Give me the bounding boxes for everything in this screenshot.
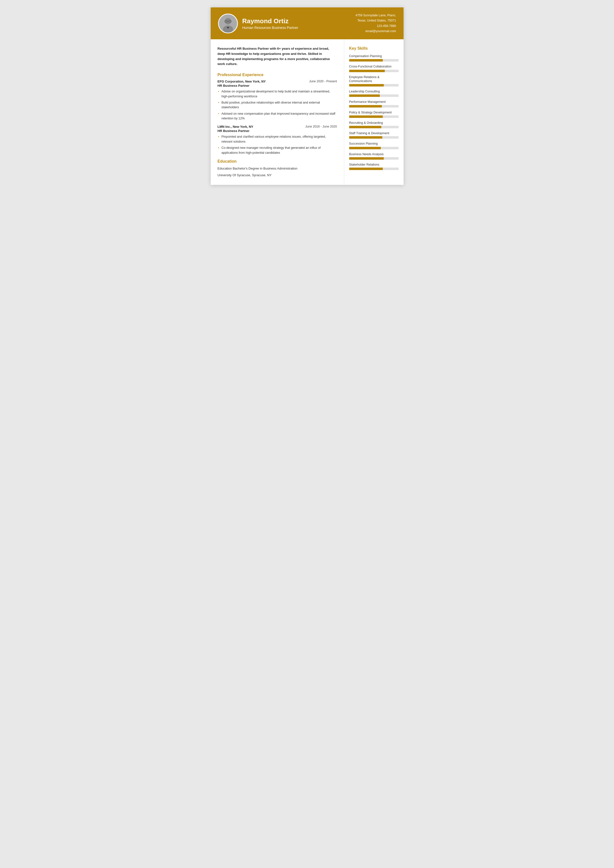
skill-bar-fill-2: [349, 84, 384, 87]
avatar: [218, 14, 238, 33]
email: email@youremail.com: [355, 29, 396, 34]
job-1-header: EFG Corporation, New York, NY June 2020 …: [218, 80, 337, 83]
skill-item-0: Compensation Planning: [349, 54, 399, 62]
header-contact: 4759 Sunnydale Lane, Plano, Texas, Unite…: [355, 13, 396, 34]
skill-bar-empty-6: [381, 126, 399, 128]
skill-bar-empty-5: [383, 115, 399, 118]
job-2-date: June 2016 - June 2020: [305, 125, 337, 128]
skill-name-9: Business Needs Analysis: [349, 152, 399, 156]
skill-bar-10: [349, 167, 399, 170]
skill-bar-empty-10: [383, 167, 399, 170]
job-1: EFG Corporation, New York, NY June 2020 …: [218, 80, 337, 121]
skill-bar-empty-3: [380, 95, 399, 97]
job-2-bullet-2: Co-designed new manager recruiting strat…: [218, 146, 337, 155]
skill-item-5: Policy & Strategy Development: [349, 110, 399, 118]
skill-bar-1: [349, 70, 399, 72]
education-section-title: Education: [218, 159, 337, 164]
experience-section-title: Professional Experience: [218, 73, 337, 77]
right-column: Key Skills Compensation PlanningCross-Fu…: [344, 39, 404, 185]
skill-name-8: Succession Planning: [349, 142, 399, 146]
skill-bar-4: [349, 105, 399, 107]
skill-name-0: Compensation Planning: [349, 54, 399, 58]
skill-bar-0: [349, 59, 399, 62]
skills-list: Compensation PlanningCross-Functional Co…: [349, 54, 399, 170]
job-2-bullets: Pinpointed and clarified various employe…: [218, 135, 337, 155]
skill-bar-fill-1: [349, 70, 385, 72]
header-section: Raymond Ortiz Human Resources Business P…: [211, 8, 404, 39]
skill-bar-fill-5: [349, 115, 383, 118]
education-degree: Education Bachelor's Degree in Business …: [218, 166, 337, 171]
skill-item-6: Recruiting & Onboarding: [349, 121, 399, 128]
skill-name-5: Policy & Strategy Development: [349, 110, 399, 115]
address-line1: 4759 Sunnydale Lane, Plano,: [355, 13, 396, 18]
skill-bar-fill-7: [349, 136, 382, 139]
resume-container: Raymond Ortiz Human Resources Business P…: [211, 8, 404, 185]
header-left: Raymond Ortiz Human Resources Business P…: [218, 14, 298, 33]
skill-bar-fill-8: [349, 147, 381, 149]
skill-bar-6: [349, 126, 399, 128]
skill-item-10: Stakeholder Relations: [349, 163, 399, 170]
skill-name-3: Leadership Consulting: [349, 90, 399, 93]
job-1-bullet-3: Advised on new compensation plan that im…: [218, 112, 337, 121]
job-2-bullet-1: Pinpointed and clarified various employe…: [218, 135, 337, 144]
skill-item-3: Leadership Consulting: [349, 90, 399, 97]
education-school: University Of Syracuse, Syracuse, NY: [218, 173, 337, 178]
skill-bar-fill-10: [349, 167, 383, 170]
skill-item-8: Succession Planning: [349, 142, 399, 149]
skill-bar-8: [349, 147, 399, 149]
job-2-company: LMN Inc., New York, NY: [218, 125, 253, 129]
job-2: LMN Inc., New York, NY June 2016 - June …: [218, 125, 337, 155]
skill-bar-empty-0: [383, 59, 399, 62]
skill-bar-empty-1: [385, 70, 399, 72]
candidate-name: Raymond Ortiz: [242, 17, 298, 25]
svg-point-1: [225, 18, 231, 24]
job-1-title: HR Business Partner: [218, 84, 337, 87]
skill-bar-empty-8: [381, 147, 399, 149]
skill-bar-9: [349, 157, 399, 160]
skill-name-7: Staff Training & Development: [349, 131, 399, 135]
body-section: Resourceful HR Business Partner with 6+ …: [211, 39, 404, 185]
skill-bar-empty-7: [382, 136, 399, 139]
skill-item-7: Staff Training & Development: [349, 131, 399, 139]
job-2-header: LMN Inc., New York, NY June 2016 - June …: [218, 125, 337, 129]
skill-bar-fill-3: [349, 95, 380, 97]
skill-name-4: Performance Management: [349, 100, 399, 104]
job-1-bullet-2: Build positive, productive relationships…: [218, 100, 337, 110]
skill-name-1: Cross-Functional Collaboration: [349, 65, 399, 68]
summary-text: Resourceful HR Business Partner with 6+ …: [218, 46, 337, 67]
phone: 123-456-7890: [355, 23, 396, 29]
skill-item-2: Employee Relations & Communications: [349, 75, 399, 87]
skill-item-1: Cross-Functional Collaboration: [349, 65, 399, 72]
skill-bar-empty-4: [382, 105, 399, 107]
left-column: Resourceful HR Business Partner with 6+ …: [211, 39, 344, 185]
skill-bar-3: [349, 95, 399, 97]
job-1-company: EFG Corporation, New York, NY: [218, 80, 266, 83]
skill-bar-5: [349, 115, 399, 118]
skill-item-4: Performance Management: [349, 100, 399, 107]
skill-name-10: Stakeholder Relations: [349, 163, 399, 167]
skill-name-6: Recruiting & Onboarding: [349, 121, 399, 125]
skill-item-9: Business Needs Analysis: [349, 152, 399, 160]
candidate-title: Human Resources Business Partner: [242, 26, 298, 29]
skill-bar-fill-9: [349, 157, 384, 160]
skill-bar-7: [349, 136, 399, 139]
job-1-bullets: Advise on organizational development to …: [218, 89, 337, 121]
skill-bar-2: [349, 84, 399, 87]
skill-bar-fill-0: [349, 59, 383, 62]
header-name-block: Raymond Ortiz Human Resources Business P…: [242, 17, 298, 29]
job-1-bullet-1: Advise on organizational development to …: [218, 89, 337, 99]
skill-bar-fill-4: [349, 105, 382, 107]
svg-point-2: [223, 25, 233, 33]
address-line2: Texas, United States, 75071: [355, 18, 396, 23]
skill-bar-empty-2: [384, 84, 399, 87]
skills-section-title: Key Skills: [349, 46, 399, 51]
skill-bar-empty-9: [384, 157, 399, 160]
job-2-title: HR Business Partner: [218, 129, 337, 133]
skill-bar-fill-6: [349, 126, 381, 128]
job-1-date: June 2020 - Present: [309, 80, 337, 83]
skill-name-2: Employee Relations & Communications: [349, 75, 399, 83]
